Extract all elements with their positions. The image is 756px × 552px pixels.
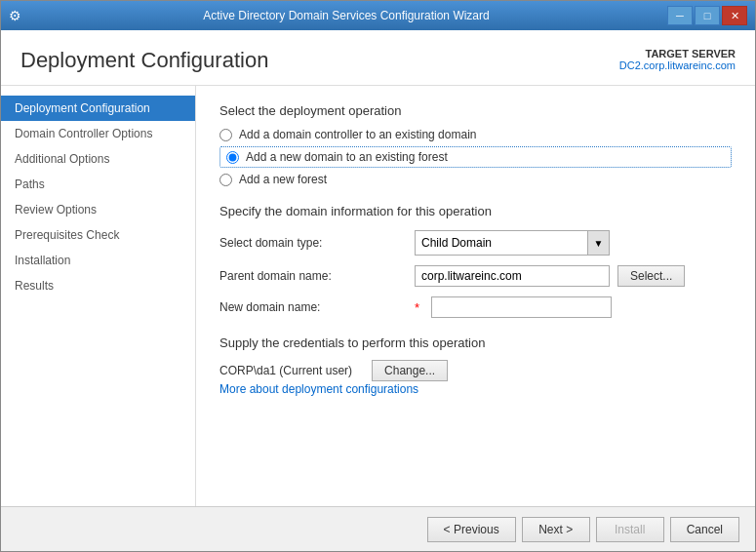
domain-info-heading: Specify the domain information for this … (219, 204, 732, 218)
target-server-label: TARGET SERVER (619, 48, 736, 59)
domain-type-control: Child Domain ▼ (415, 230, 610, 256)
new-domain-row: New domain name: * (219, 296, 732, 318)
required-star: * (415, 300, 419, 315)
more-about-link[interactable]: More about deployment configurations (219, 382, 418, 396)
parent-domain-control: Select... (415, 265, 685, 287)
radio-label-new-forest: Add a new forest (239, 173, 327, 186)
domain-type-value: Child Domain (416, 233, 587, 253)
radio-option-new-forest: Add a new forest (219, 173, 732, 186)
radio-option-new-domain: Add a new domain to an existing forest (219, 146, 732, 168)
main-window: ⚙ Active Directory Domain Services Confi… (0, 0, 756, 552)
sidebar-item-label-7: Installation (15, 254, 70, 267)
change-credentials-button[interactable]: Change... (372, 360, 448, 381)
sidebar-item-label-1: Deployment Configuration (15, 101, 150, 115)
credentials-section: Supply the credentials to perform this o… (219, 335, 732, 381)
new-domain-label: New domain name: (219, 300, 415, 314)
sidebar-item-label-6: Prerequisites Check (15, 228, 119, 242)
radio-group-deployment: Add a domain controller to an existing d… (219, 128, 732, 186)
close-button[interactable]: ✕ (722, 6, 747, 25)
sidebar-item-additional-options[interactable]: Additional Options (1, 146, 195, 172)
title-bar-controls: ─ □ ✕ (667, 6, 747, 25)
install-button[interactable]: Install (596, 517, 664, 542)
sidebar-item-deployment-configuration[interactable]: Deployment Configuration (1, 96, 195, 121)
new-domain-control: * (415, 296, 612, 318)
credentials-heading: Supply the credentials to perform this o… (219, 335, 732, 350)
select-parent-domain-button[interactable]: Select... (617, 265, 685, 287)
credentials-row: CORP\da1 (Current user) Change... (219, 360, 732, 381)
credentials-user: CORP\da1 (Current user) (219, 364, 352, 377)
footer: < Previous Next > Install Cancel (1, 506, 755, 551)
sidebar-item-prerequisites-check[interactable]: Prerequisites Check (1, 222, 195, 248)
sidebar-item-label-4: Paths (15, 177, 45, 191)
domain-type-row: Select domain type: Child Domain ▼ (219, 230, 732, 256)
page-header: Deployment Configuration TARGET SERVER D… (1, 30, 755, 86)
main-content-area: Select the deployment operation Add a do… (196, 86, 755, 506)
radio-add-existing-dc[interactable] (219, 129, 232, 141)
sidebar-item-paths[interactable]: Paths (1, 172, 195, 197)
radio-label-new-domain: Add a new domain to an existing forest (246, 150, 448, 164)
radio-add-new-forest[interactable] (219, 174, 232, 186)
minimize-button[interactable]: ─ (667, 6, 693, 25)
window-inner: Deployment Configuration TARGET SERVER D… (1, 30, 755, 551)
target-server-name: DC2.corp.litwareinc.com (619, 59, 736, 71)
domain-info-section: Specify the domain information for this … (219, 204, 732, 318)
parent-domain-input[interactable] (415, 265, 610, 287)
sidebar-item-results[interactable]: Results (1, 273, 195, 298)
new-domain-input[interactable] (431, 296, 612, 318)
radio-option-existing-dc: Add a domain controller to an existing d… (219, 128, 732, 141)
domain-type-label: Select domain type: (219, 236, 415, 250)
radio-add-new-domain[interactable] (226, 151, 239, 164)
sidebar-item-label-5: Review Options (15, 203, 97, 217)
parent-domain-label: Parent domain name: (219, 269, 415, 283)
deployment-operation-heading: Select the deployment operation (219, 103, 732, 118)
sidebar-item-label-2: Domain Controller Options (15, 127, 152, 140)
sidebar-item-review-options[interactable]: Review Options (1, 197, 195, 222)
maximize-button[interactable]: □ (695, 6, 720, 25)
title-bar-title: Active Directory Domain Services Configu… (25, 9, 667, 22)
title-bar: ⚙ Active Directory Domain Services Confi… (1, 1, 755, 30)
next-button[interactable]: Next > (522, 517, 590, 542)
radio-label-existing-dc: Add a domain controller to an existing d… (239, 128, 476, 141)
sidebar-item-domain-controller-options[interactable]: Domain Controller Options (1, 121, 195, 146)
dropdown-arrow-icon[interactable]: ▼ (587, 231, 609, 255)
body-area: Deployment Configuration Domain Controll… (1, 86, 755, 506)
parent-domain-row: Parent domain name: Select... (219, 265, 732, 287)
cancel-button[interactable]: Cancel (670, 517, 739, 542)
sidebar-item-label-8: Results (15, 279, 54, 293)
previous-button[interactable]: < Previous (427, 517, 516, 542)
sidebar: Deployment Configuration Domain Controll… (1, 86, 196, 506)
target-server-info: TARGET SERVER DC2.corp.litwareinc.com (619, 48, 736, 71)
page-title: Deployment Configuration (20, 48, 268, 73)
title-bar-icon: ⚙ (9, 8, 21, 23)
sidebar-item-label-3: Additional Options (15, 152, 109, 166)
domain-type-dropdown[interactable]: Child Domain ▼ (415, 230, 610, 256)
sidebar-item-installation[interactable]: Installation (1, 248, 195, 273)
